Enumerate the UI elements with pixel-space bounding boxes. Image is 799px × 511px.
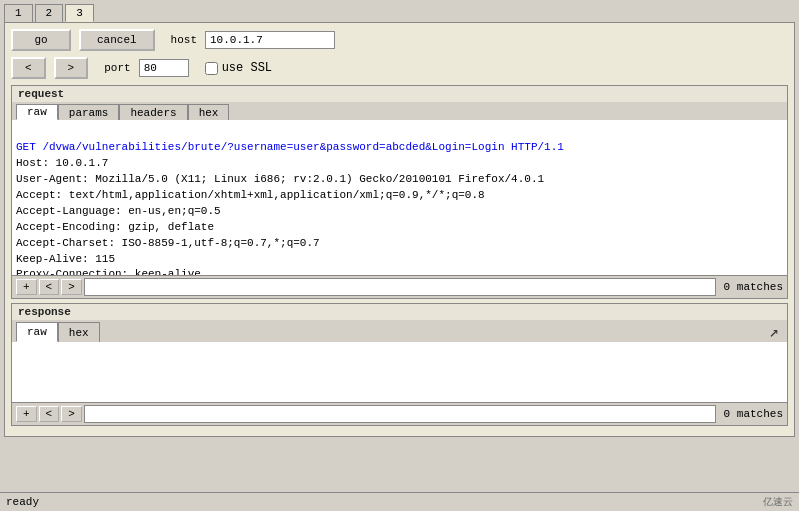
response-section: response raw hex ↗ + < > 0 matches [11, 303, 788, 426]
request-scroll[interactable]: GET /dvwa/vulnerabilities/brute/?usernam… [12, 120, 787, 275]
response-cursor-icon: ↗ [769, 322, 779, 342]
cancel-button[interactable]: cancel [79, 29, 155, 51]
status-logo: 亿速云 [763, 495, 793, 509]
request-search-bar: + < > 0 matches [12, 275, 787, 298]
request-tab-headers[interactable]: headers [119, 104, 187, 120]
top-tab-bar: 1 2 3 [0, 0, 799, 22]
response-tabs: raw hex ↗ [12, 320, 787, 342]
go-button[interactable]: go [11, 29, 71, 51]
request-host: Host: 10.0.1.7 User-Agent: Mozilla/5.0 (… [16, 157, 544, 275]
response-scroll[interactable] [12, 342, 787, 402]
request-tab-params[interactable]: params [58, 104, 120, 120]
port-input[interactable] [139, 59, 189, 77]
response-text [12, 342, 787, 350]
request-title: request [12, 86, 787, 102]
forward-button[interactable]: > [54, 57, 89, 79]
request-get-line: GET /dvwa/vulnerabilities/brute/?usernam… [16, 141, 564, 153]
response-title: response [12, 304, 787, 320]
tab-2[interactable]: 2 [35, 4, 64, 22]
request-search-add[interactable]: + [16, 279, 37, 295]
ssl-label: use SSL [222, 61, 272, 75]
request-search-forward[interactable]: > [61, 279, 82, 295]
response-search-input[interactable] [84, 405, 716, 423]
request-matches: 0 matches [718, 281, 783, 293]
response-matches: 0 matches [718, 408, 783, 420]
ssl-checkbox[interactable] [205, 62, 218, 75]
request-tab-hex[interactable]: hex [188, 104, 230, 120]
tab-3[interactable]: 3 [65, 4, 94, 22]
controls-row-2: < > port use SSL [11, 57, 788, 79]
response-tab-raw[interactable]: raw [16, 322, 58, 342]
host-input[interactable] [205, 31, 335, 49]
request-section: request raw params headers hex GET /dvwa… [11, 85, 788, 299]
controls-row-1: go cancel host [11, 29, 788, 51]
response-search-bar: + < > 0 matches [12, 402, 787, 425]
response-search-add[interactable]: + [16, 406, 37, 422]
status-text: ready [6, 496, 39, 508]
request-tab-raw[interactable]: raw [16, 104, 58, 120]
request-search-back[interactable]: < [39, 279, 60, 295]
main-panel: go cancel host < > port use SSL request … [4, 22, 795, 437]
response-tab-hex[interactable]: hex [58, 322, 100, 342]
main-window: 1 2 3 go cancel host < > port use SSL re… [0, 0, 799, 511]
request-text: GET /dvwa/vulnerabilities/brute/?usernam… [12, 120, 787, 275]
request-tabs: raw params headers hex [12, 102, 787, 120]
port-label: port [104, 62, 130, 74]
host-label: host [171, 34, 197, 46]
ssl-row: use SSL [205, 61, 272, 75]
back-button[interactable]: < [11, 57, 46, 79]
response-search-forward[interactable]: > [61, 406, 82, 422]
request-content-wrapper: GET /dvwa/vulnerabilities/brute/?usernam… [12, 120, 787, 275]
status-bar: ready 亿速云 [0, 492, 799, 511]
tab-1[interactable]: 1 [4, 4, 33, 22]
request-search-input[interactable] [84, 278, 716, 296]
response-search-back[interactable]: < [39, 406, 60, 422]
